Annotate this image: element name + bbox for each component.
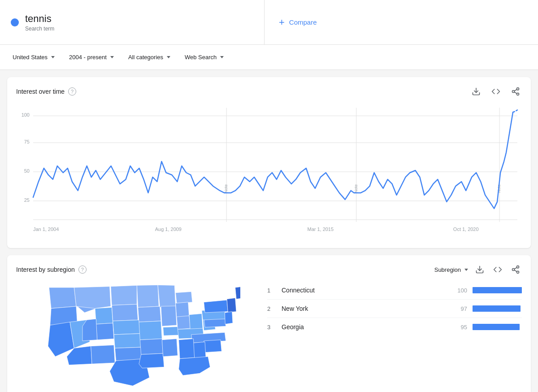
x-label-2020: Oct 1, 2020 <box>453 226 479 232</box>
subregion-help-icon[interactable]: ? <box>78 266 87 274</box>
search-term-block: tennis Search term <box>25 13 54 32</box>
search-term-label: Search term <box>25 26 54 32</box>
compare-section: + Compare <box>265 0 538 44</box>
rank-name: New York <box>282 305 446 312</box>
y-label-50: 50 <box>24 168 30 174</box>
subregion-title-row: Interest by subregion ? <box>16 266 87 274</box>
rank-bar-wrapper <box>473 287 522 293</box>
svg-line-19 <box>514 267 517 269</box>
chevron-down-icon <box>110 56 114 58</box>
rank-score: 95 <box>451 324 467 331</box>
card-actions <box>470 85 522 98</box>
ranking-row: 3 Georgia 95 <box>267 318 522 336</box>
ranking-side: 1 Connecticut 100 2 New York 97 3 <box>258 281 531 392</box>
rank-bar <box>473 305 521 312</box>
interest-chart: 100 75 50 25 Note Note Note <box>16 103 522 238</box>
region-filter-label: United States <box>13 54 48 61</box>
note-label-1: Note <box>224 184 228 193</box>
rank-number: 2 <box>267 305 276 312</box>
subregion-body: 1 Connecticut 100 2 New York 97 3 <box>7 281 531 392</box>
time-filter-label: 2004 - present <box>69 54 107 61</box>
header: tennis Search term + Compare <box>0 0 538 45</box>
category-filter-label: All categories <box>128 54 163 61</box>
y-label-75: 75 <box>24 139 30 144</box>
download-button[interactable] <box>470 85 482 98</box>
svg-line-5 <box>514 89 517 91</box>
time-filter[interactable]: 2004 - present <box>64 50 119 64</box>
subregion-embed-button[interactable] <box>491 263 504 276</box>
svg-line-4 <box>514 92 517 93</box>
subregion-actions: Subregion <box>434 263 522 276</box>
chevron-down-icon <box>51 56 55 58</box>
map-side <box>7 281 258 392</box>
note-label-2: Note <box>354 184 358 193</box>
subregion-share-button[interactable] <box>509 263 522 276</box>
y-label-100: 100 <box>22 112 30 118</box>
rank-name: Georgia <box>282 323 446 331</box>
usa-map-svg <box>25 281 240 392</box>
rank-score: 100 <box>451 287 467 294</box>
rank-number: 1 <box>267 287 276 294</box>
search-term-section: tennis Search term <box>0 0 265 44</box>
help-icon[interactable]: ? <box>68 87 76 96</box>
rank-number: 3 <box>267 324 276 331</box>
subregion-download-button[interactable] <box>473 263 486 276</box>
category-filter[interactable]: All categories <box>123 50 176 64</box>
card-title-row: Interest over time ? <box>16 87 76 96</box>
subregion-header: Interest by subregion ? Subregion <box>7 255 531 281</box>
search-term-name: tennis <box>25 13 54 25</box>
rank-bar <box>473 324 520 330</box>
x-label-2004: Jan 1, 2004 <box>33 226 59 232</box>
rank-bar <box>473 287 522 293</box>
compare-label: Compare <box>289 18 317 26</box>
rank-bar-wrapper <box>473 305 522 312</box>
main-content: Interest over time ? <box>0 70 538 392</box>
chevron-down-icon <box>167 56 170 58</box>
subregion-select-label: Subregion <box>434 266 461 273</box>
card-header: Interest over time ? <box>7 77 531 103</box>
compare-button[interactable]: + Compare <box>279 17 317 28</box>
search-type-filter[interactable]: Web Search <box>179 50 229 64</box>
x-label-2009: Aug 1, 2009 <box>155 226 182 232</box>
subregion-select-button[interactable]: Subregion <box>434 266 468 273</box>
x-label-2015: Mar 1, 2015 <box>308 226 334 232</box>
compare-plus-icon: + <box>279 17 285 28</box>
dotted-trend-line <box>513 110 517 112</box>
share-button[interactable] <box>509 85 522 98</box>
rank-bar-wrapper <box>473 324 522 330</box>
rank-name: Connecticut <box>282 287 446 294</box>
interest-over-time-card: Interest over time ? <box>7 77 531 248</box>
chart-container: 100 75 50 25 Note Note Note <box>7 103 531 248</box>
subregion-title: Interest by subregion <box>16 266 75 273</box>
ranking-row: 1 Connecticut 100 <box>267 281 522 300</box>
interest-by-subregion-card: Interest by subregion ? Subregion <box>7 255 531 392</box>
search-type-filter-label: Web Search <box>185 54 217 61</box>
y-label-25: 25 <box>24 197 30 203</box>
embed-button[interactable] <box>490 85 502 98</box>
svg-line-18 <box>514 270 517 271</box>
trend-line <box>33 112 513 209</box>
chevron-down-icon <box>220 56 224 58</box>
filter-bar: United States 2004 - present All categor… <box>0 45 538 70</box>
card-title: Interest over time <box>16 88 65 95</box>
rank-score: 97 <box>451 305 467 312</box>
search-dot <box>11 18 19 26</box>
ranking-row: 2 New York 97 <box>267 300 522 318</box>
region-filter[interactable]: United States <box>7 50 60 64</box>
subregion-chevron-icon <box>464 269 468 271</box>
